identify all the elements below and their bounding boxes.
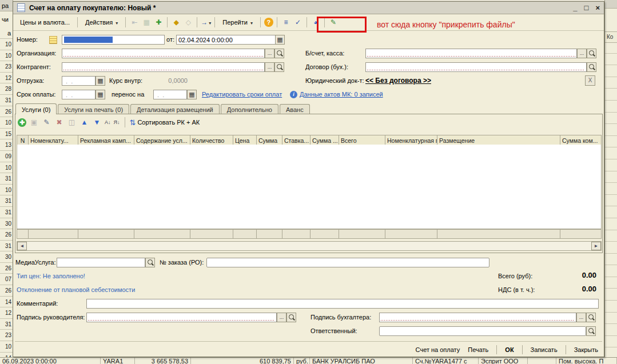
tab-5[interactable]: Аванс — [280, 104, 310, 114]
lookup-icon[interactable] — [286, 313, 296, 322]
column-header[interactable]: N — [17, 135, 29, 145]
horizontal-scrollbar[interactable]: ◄ ► — [17, 241, 602, 251]
contract-label: Договор (бух.): — [305, 62, 348, 72]
edit-row-icon[interactable]: ✎ — [42, 118, 51, 127]
background-row — [605, 313, 617, 325]
sort-rk-ak-button[interactable]: ⇅ Сортировать РК + АК — [130, 118, 200, 127]
list-settings-icon[interactable]: ✓ — [293, 17, 303, 27]
price-type-status[interactable]: Тип цен: Не заполнено! — [17, 271, 85, 281]
lookup-icon[interactable] — [586, 326, 596, 336]
head-signature-input[interactable] — [86, 313, 277, 322]
tab-2[interactable]: Услуги на печать (0) — [58, 104, 129, 114]
ellipsis-button[interactable]: ... — [576, 313, 586, 322]
close-button[interactable]: Закрыть — [574, 346, 598, 353]
picture-icon[interactable]: ▦ — [141, 17, 152, 27]
column-header[interactable]: Рекламная камп... — [78, 135, 134, 145]
ok-button[interactable]: ОК — [505, 346, 513, 353]
lookup-icon[interactable] — [587, 49, 596, 58]
structure-icon[interactable]: ≡ — [281, 17, 291, 27]
close-button[interactable]: × — [595, 4, 600, 12]
scroll-right-icon[interactable]: ► — [591, 242, 601, 250]
clear-x-button[interactable]: X — [585, 75, 595, 86]
sort-ascending-icon[interactable]: А↓ — [105, 118, 111, 127]
contract-input[interactable] — [365, 62, 587, 72]
legal-doc-link[interactable]: << Без договора >> — [365, 75, 431, 86]
postpone-date-input[interactable] — [153, 90, 187, 99]
media-service-input[interactable] — [57, 258, 145, 267]
save-button[interactable]: Записать — [531, 346, 558, 353]
accountant-signature-input[interactable] — [379, 313, 576, 322]
ellipsis-button[interactable]: ... — [577, 49, 587, 58]
background-row — [605, 254, 617, 266]
button-separator — [566, 345, 566, 354]
column-header[interactable]: Всего — [339, 135, 385, 145]
order-number-input[interactable] — [206, 258, 489, 267]
calendar-icon[interactable]: ▦ — [275, 35, 285, 45]
export-icon[interactable]: →▾ — [201, 17, 211, 27]
bank-account-input[interactable] — [365, 49, 577, 58]
column-header[interactable]: Размещение — [437, 135, 560, 145]
unpost-document-icon[interactable]: ◇ — [183, 17, 193, 27]
add-row-icon[interactable]: ✚ — [18, 118, 26, 127]
column-header[interactable]: Ставка... — [282, 135, 311, 145]
calendar-icon[interactable]: ▦ — [187, 90, 197, 99]
comment-input[interactable] — [86, 299, 599, 309]
ellipsis-button[interactable]: ... — [265, 62, 274, 72]
prices-currency-button[interactable]: Цены и валюта... — [16, 17, 74, 28]
background-column-header: Ко — [605, 31, 617, 43]
print-button[interactable]: Печать — [468, 346, 488, 353]
date-input[interactable] — [176, 35, 276, 45]
responsible-input[interactable] — [379, 326, 586, 336]
column-header[interactable]: Сумма ком... — [560, 135, 602, 145]
tab-3[interactable]: Детализация размещений — [130, 104, 220, 114]
lookup-icon[interactable] — [586, 313, 596, 322]
import-record-icon[interactable]: ⇤ — [129, 17, 140, 27]
toolbar-separator — [306, 17, 307, 27]
lookup-icon[interactable] — [145, 258, 155, 267]
acts-data-link[interactable]: Данные актов МК: 0 записей — [300, 90, 383, 99]
save-icon[interactable]: ◫ — [67, 118, 77, 127]
move-up-icon[interactable]: ▲ — [79, 118, 89, 127]
lookup-icon[interactable] — [274, 49, 284, 58]
column-header[interactable]: Цена — [233, 135, 257, 145]
column-header[interactable]: Количество — [190, 135, 233, 145]
calendar-icon[interactable]: ▦ — [95, 76, 105, 86]
counterparty-input[interactable] — [62, 62, 265, 72]
grid-footer-cell — [282, 229, 311, 239]
organization-input[interactable] — [62, 49, 265, 58]
tab-4[interactable]: Дополнительно — [221, 104, 278, 114]
number-input[interactable] — [62, 35, 165, 45]
copy-row-icon[interactable]: ▣ — [29, 118, 39, 127]
scroll-left-icon[interactable]: ◄ — [17, 242, 27, 250]
column-header[interactable]: Номенклату... — [29, 135, 78, 145]
actions-menu-button[interactable]: Действия ▾ — [81, 17, 122, 28]
cost-deviation-link[interactable]: Отклонение от плановой себестоимости — [17, 285, 135, 295]
shipping-date-input[interactable] — [62, 76, 95, 86]
post-document-icon[interactable]: ◆ — [171, 17, 181, 27]
edit-payment-terms-link[interactable]: Редактировать сроки оплат — [202, 90, 282, 99]
column-header[interactable]: Сумма — [257, 135, 282, 145]
lookup-icon[interactable] — [587, 62, 596, 72]
column-header[interactable]: Номенклатурная груп... — [385, 135, 437, 145]
go-menu-button[interactable]: Перейти ▾ — [218, 17, 257, 28]
services-tab-panel: ✚ ▣ ✎ ✖ ◫ ▲ ▼ А↓ Я↓ ⇅ Сортировать РК + А… — [15, 114, 603, 253]
ellipsis-button[interactable]: ... — [277, 313, 286, 322]
set-number-icon[interactable] — [49, 36, 57, 44]
ellipsis-button[interactable]: ... — [265, 49, 274, 58]
background-row-date: 31 — [0, 95, 13, 106]
grid-body[interactable] — [17, 145, 602, 229]
calendar-icon[interactable]: ▦ — [95, 90, 105, 99]
lookup-icon[interactable] — [274, 62, 284, 72]
minimize-button[interactable]: _ — [573, 4, 577, 12]
column-header[interactable]: Сумма ... — [311, 135, 339, 145]
sort-descending-icon[interactable]: Я↓ — [114, 118, 120, 127]
tab-1[interactable]: Услуги (0) — [15, 103, 57, 114]
move-down-icon[interactable]: ▼ — [92, 118, 102, 127]
help-icon[interactable]: ? — [264, 18, 273, 27]
payment-due-input[interactable] — [62, 90, 95, 99]
invoice-print-button[interactable]: Счет на оплату — [416, 346, 460, 353]
maximize-button[interactable]: □ — [584, 4, 589, 12]
copy-add-icon[interactable]: ✚ — [153, 17, 164, 27]
column-header[interactable]: Содержание усл... — [134, 135, 190, 145]
delete-row-icon[interactable]: ✖ — [54, 118, 64, 127]
